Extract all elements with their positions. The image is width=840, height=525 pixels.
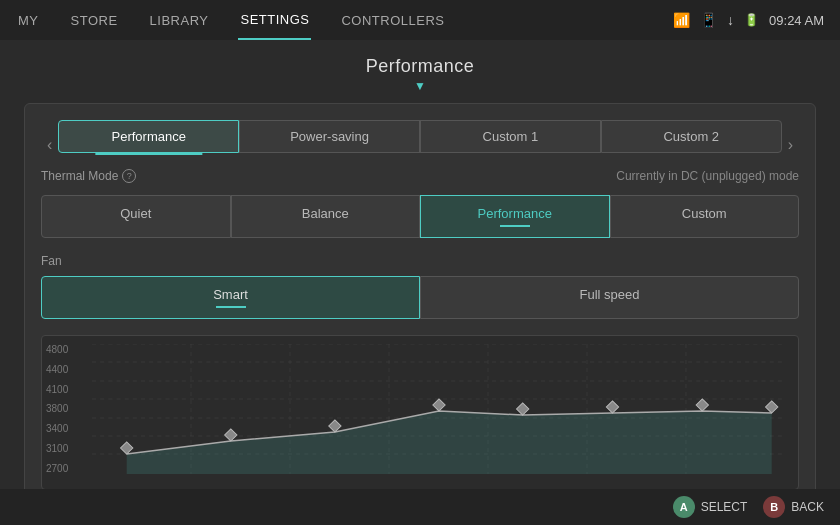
back-label: BACK — [791, 500, 824, 514]
title-chevron-icon: ▼ — [24, 79, 816, 93]
back-button-area[interactable]: B BACK — [763, 496, 824, 518]
thermal-help-icon[interactable]: ? — [122, 169, 136, 183]
nav-settings[interactable]: SETTINGS — [238, 0, 311, 40]
nav-library[interactable]: LIBRARY — [148, 0, 211, 40]
fan-speed-chart-svg — [92, 344, 786, 474]
b-button-icon: B — [763, 496, 785, 518]
mode-balance[interactable]: Balance — [231, 195, 421, 238]
clock: 09:24 AM — [769, 13, 824, 28]
fan-label: Fan — [41, 254, 799, 268]
svg-marker-17 — [433, 399, 445, 411]
svg-marker-15 — [225, 429, 237, 441]
svg-marker-21 — [766, 401, 778, 413]
bluetooth-icon: 📱 — [700, 12, 717, 28]
a-button-icon: A — [673, 496, 695, 518]
thermal-mode-row: Thermal Mode ? Currently in DC (unplugge… — [41, 169, 799, 183]
mode-quiet[interactable]: Quiet — [41, 195, 231, 238]
tab-power-saving[interactable]: Power-saving — [239, 120, 420, 153]
svg-marker-20 — [696, 399, 708, 411]
top-navigation: MY STORE LIBRARY SETTINGS CONTROLLERS 📶 … — [0, 0, 840, 40]
nav-store[interactable]: STORE — [69, 0, 120, 40]
tab-custom2[interactable]: Custom 2 — [601, 120, 782, 153]
bottom-bar: A SELECT B BACK — [0, 489, 840, 525]
battery-icon: 🔋 — [744, 13, 759, 27]
main-content: Performance ▼ ‹ Performance Power-saving… — [0, 40, 840, 523]
page-title: Performance — [24, 56, 816, 77]
status-bar: 📶 📱 ↓ 🔋 09:24 AM — [673, 12, 824, 28]
tab-custom1[interactable]: Custom 1 — [420, 120, 601, 153]
select-button-area[interactable]: A SELECT — [673, 496, 748, 518]
dc-mode-status: Currently in DC (unplugged) mode — [616, 169, 799, 183]
fan-smart[interactable]: Smart — [41, 276, 420, 319]
tabs-arrow-right[interactable]: › — [782, 136, 799, 154]
mode-custom[interactable]: Custom — [610, 195, 800, 238]
nav-my[interactable]: MY — [16, 0, 41, 40]
download-icon: ↓ — [727, 12, 734, 28]
thermal-mode-buttons: Quiet Balance Performance Custom — [41, 195, 799, 238]
select-label: SELECT — [701, 500, 748, 514]
mode-performance[interactable]: Performance — [420, 195, 610, 238]
settings-panel: ‹ Performance Power-saving Custom 1 Cust… — [24, 103, 816, 507]
svg-marker-16 — [329, 420, 341, 432]
wifi-icon: 📶 — [673, 12, 690, 28]
fan-full-speed[interactable]: Full speed — [420, 276, 799, 319]
nav-controllers[interactable]: CONTROLLERS — [339, 0, 446, 40]
thermal-mode-label: Thermal Mode ? — [41, 169, 136, 183]
svg-marker-18 — [517, 403, 529, 415]
page-title-area: Performance ▼ — [24, 56, 816, 93]
svg-marker-19 — [606, 401, 618, 413]
fan-chart: 4800 4400 4100 3800 3400 3100 2700 — [41, 335, 799, 490]
profile-tabs: Performance Power-saving Custom 1 Custom… — [58, 120, 781, 153]
svg-marker-14 — [121, 442, 133, 454]
profile-tabs-row: ‹ Performance Power-saving Custom 1 Cust… — [41, 120, 799, 169]
tabs-arrow-left[interactable]: ‹ — [41, 136, 58, 154]
tab-performance[interactable]: Performance — [58, 120, 239, 153]
chart-y-axis: 4800 4400 4100 3800 3400 3100 2700 — [46, 344, 68, 474]
nav-menu: MY STORE LIBRARY SETTINGS CONTROLLERS — [16, 0, 673, 40]
fan-buttons: Smart Full speed — [41, 276, 799, 319]
